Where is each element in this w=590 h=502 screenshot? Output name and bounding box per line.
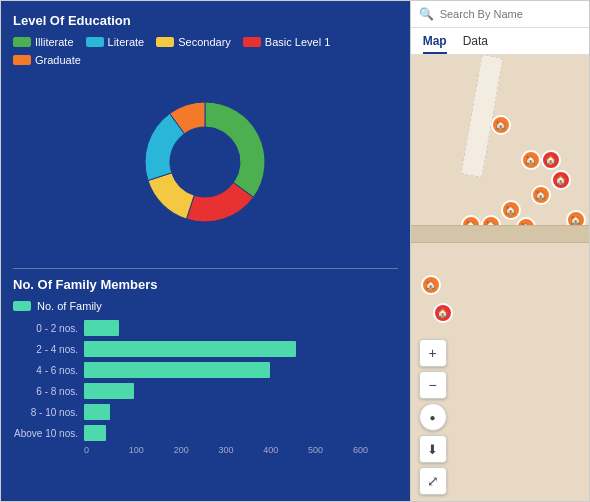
bar-legend-color (13, 301, 31, 311)
zoom-in-button[interactable]: + (419, 339, 447, 367)
bar-row: 8 - 10 nos. (13, 404, 398, 420)
map-controls: +−●⬇⤢ (419, 339, 447, 495)
bar-label: 0 - 2 nos. (13, 323, 78, 334)
x-tick: 400 (263, 445, 308, 455)
map-pin-5[interactable]: 🏠 (501, 200, 521, 220)
bar-row: 0 - 2 nos. (13, 320, 398, 336)
bar-row: 2 - 4 nos. (13, 341, 398, 357)
right-panel: 🔍 MapData +−●⬇⤢ 🏠🏠🏠🏠🏠🏠🏠🏠🏠🏠🏠🏠 (410, 1, 589, 502)
legend-item: Basic Level 1 (243, 36, 330, 48)
fullscreen-button[interactable]: ⤢ (419, 467, 447, 495)
map-pin-6[interactable]: 🏠 (461, 215, 481, 235)
pin-icon: 🏠 (465, 220, 476, 230)
pin-icon: 🏠 (485, 220, 496, 230)
legend-label: Basic Level 1 (265, 36, 330, 48)
bar-row: Above 10 nos. (13, 425, 398, 441)
legend-label: Literate (108, 36, 145, 48)
x-tick: 600 (353, 445, 398, 455)
bar-row: 4 - 6 nos. (13, 362, 398, 378)
map-pin-0[interactable]: 🏠 (491, 115, 511, 135)
bar-track (84, 383, 398, 399)
bar-fill (84, 425, 106, 441)
tab-map[interactable]: Map (423, 34, 447, 54)
legend-label: Secondary (178, 36, 231, 48)
bar-track (84, 341, 398, 357)
search-icon: 🔍 (419, 7, 434, 21)
map-pin-9[interactable]: 🏠 (566, 210, 586, 230)
map-pin-4[interactable]: 🏠 (531, 185, 551, 205)
bar-legend: No. of Family (13, 300, 398, 312)
pin-icon: 🏠 (570, 215, 581, 225)
legend-dot (86, 37, 104, 47)
x-axis: 0100200300400500600 (84, 445, 398, 455)
map-area[interactable]: +−●⬇⤢ 🏠🏠🏠🏠🏠🏠🏠🏠🏠🏠🏠🏠 (411, 55, 589, 502)
pin-icon: 🏠 (520, 222, 531, 232)
download-button[interactable]: ⬇ (419, 435, 447, 463)
bar-track (84, 362, 398, 378)
pin-icon: 🏠 (525, 155, 536, 165)
pin-icon: 🏠 (535, 190, 546, 200)
legend-label: Graduate (35, 54, 81, 66)
legend-item: Illiterate (13, 36, 74, 48)
tab-data[interactable]: Data (463, 34, 488, 54)
map-pin-1[interactable]: 🏠 (521, 150, 541, 170)
bar-chart: 0 - 2 nos. 2 - 4 nos. 4 - 6 nos. 6 - 8 n… (13, 320, 398, 441)
bar-fill (84, 362, 270, 378)
bar-label: 6 - 8 nos. (13, 386, 78, 397)
legend-dot (13, 37, 31, 47)
legend-dot (243, 37, 261, 47)
legend-label: Illiterate (35, 36, 74, 48)
bar-track (84, 425, 398, 441)
education-title: Level Of Education (13, 13, 398, 28)
donut-chart (13, 72, 398, 252)
pin-icon: 🏠 (495, 120, 506, 130)
zoom-out-button[interactable]: − (419, 371, 447, 399)
x-tick: 300 (218, 445, 263, 455)
x-tick: 200 (174, 445, 219, 455)
locate-button[interactable]: ● (419, 403, 447, 431)
map-pin-7[interactable]: 🏠 (481, 215, 501, 235)
map-pin-2[interactable]: 🏠 (541, 150, 561, 170)
bar-fill (84, 341, 296, 357)
bar-row: 6 - 8 nos. (13, 383, 398, 399)
map-pin-3[interactable]: 🏠 (551, 170, 571, 190)
family-section: No. Of Family Members No. of Family 0 - … (13, 277, 398, 491)
section-divider (13, 268, 398, 269)
bar-fill (84, 404, 110, 420)
x-tick: 100 (129, 445, 174, 455)
legend-item: Secondary (156, 36, 231, 48)
family-title: No. Of Family Members (13, 277, 398, 292)
bar-legend-label: No. of Family (37, 300, 102, 312)
legend-dot (13, 55, 31, 65)
pin-icon: 🏠 (437, 308, 448, 318)
search-bar: 🔍 (411, 1, 589, 28)
search-input[interactable] (440, 8, 581, 20)
tabs: MapData (411, 28, 589, 55)
bar-track (84, 404, 398, 420)
pin-icon: 🏠 (545, 155, 556, 165)
x-tick: 0 (84, 445, 129, 455)
left-panel: Level Of Education IlliterateLiterateSec… (1, 1, 410, 502)
legend-dot (156, 37, 174, 47)
pin-icon: 🏠 (505, 205, 516, 215)
bar-label: Above 10 nos. (13, 428, 78, 439)
bar-label: 4 - 6 nos. (13, 365, 78, 376)
bar-track (84, 320, 398, 336)
bar-label: 2 - 4 nos. (13, 344, 78, 355)
bar-label: 8 - 10 nos. (13, 407, 78, 418)
education-legend: IlliterateLiterateSecondaryBasic Level 1… (13, 36, 398, 66)
pin-icon: 🏠 (555, 175, 566, 185)
x-tick: 500 (308, 445, 353, 455)
map-pin-8[interactable]: 🏠 (516, 217, 536, 237)
pin-icon: 🏠 (425, 280, 436, 290)
bar-fill (84, 383, 134, 399)
legend-item: Graduate (13, 54, 81, 66)
bar-fill (84, 320, 119, 336)
map-pin-11[interactable]: 🏠 (433, 303, 453, 323)
map-pin-10[interactable]: 🏠 (421, 275, 441, 295)
legend-item: Literate (86, 36, 145, 48)
